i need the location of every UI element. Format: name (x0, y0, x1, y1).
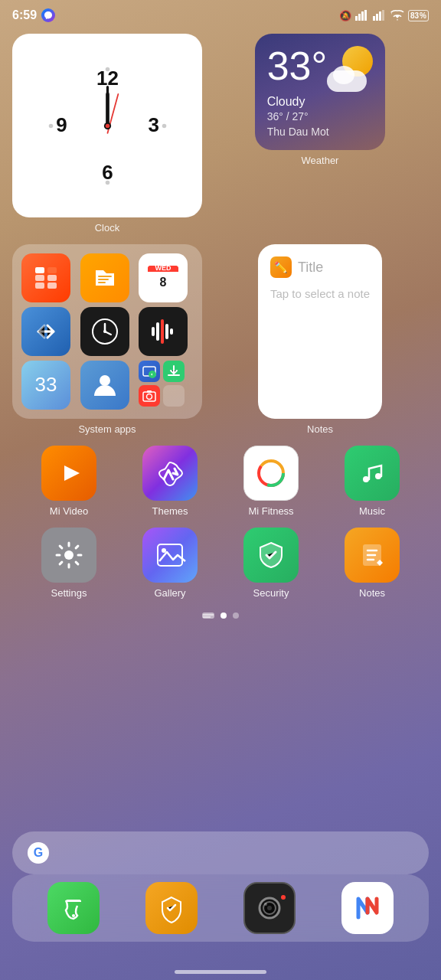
svg-text:12: 12 (96, 67, 119, 88)
settings-app-icon[interactable] (41, 528, 96, 583)
contacts-icon[interactable] (80, 361, 129, 410)
svg-point-20 (105, 123, 109, 128)
notes-widget-icon: ✏️ (270, 256, 292, 278)
svg-text:9: 9 (56, 113, 67, 135)
weather-condition: Cloudy 36° / 27° Thu Dau Mot (267, 92, 374, 138)
mi-video-icon[interactable] (41, 446, 96, 501)
more-apps-indicator (163, 385, 185, 407)
weather-condition-text: Cloudy (267, 95, 374, 109)
svg-point-65 (264, 903, 267, 906)
signal-icon (355, 10, 369, 21)
svg-point-55 (64, 550, 74, 560)
svg-marker-49 (64, 466, 80, 481)
svg-point-36 (103, 330, 106, 333)
clock-face-container: 12 3 6 9 (12, 34, 202, 217)
status-time: 6:59 (12, 8, 37, 22)
svg-point-66 (281, 895, 286, 900)
analog-clock: 12 3 6 9 (37, 55, 178, 197)
system-apps-folder[interactable]: WED8 33 (12, 244, 202, 419)
status-right: 🔕 83% (339, 10, 429, 21)
gallery-app-icon[interactable] (142, 528, 198, 583)
svg-rect-21 (35, 267, 44, 273)
calculator-app-icon[interactable] (21, 253, 70, 302)
music-label: Music (359, 505, 385, 517)
svg-rect-1 (358, 14, 361, 21)
svg-rect-6 (379, 11, 381, 21)
system-clock-icon[interactable] (80, 307, 129, 356)
svg-rect-4 (373, 16, 375, 21)
miui-cam-icon[interactable] (139, 385, 160, 407)
dock-lens (243, 882, 296, 934)
clock-widget[interactable]: 12 3 6 9 Clock (12, 34, 202, 234)
svg-point-43 (100, 375, 110, 386)
page-dot-menu (202, 612, 214, 619)
signal2-icon (373, 10, 387, 21)
page-dots (12, 612, 429, 619)
svg-rect-3 (364, 10, 367, 21)
svg-text:WED: WED (155, 264, 172, 272)
home-screen: 12 3 6 9 Clock (0, 28, 441, 628)
google-search-bar[interactable]: G (12, 831, 429, 874)
svg-point-56 (162, 548, 166, 553)
battery-icon: 83% (408, 10, 429, 21)
mute-icon: 🔕 (339, 10, 351, 21)
google-icon: G (28, 842, 49, 864)
themes-app-icon[interactable] (142, 446, 198, 501)
app-item-themes: Themes (128, 446, 212, 517)
weather-widget-label: Weather (302, 155, 339, 166)
clock-widget-label: Clock (95, 222, 120, 234)
svg-rect-37 (152, 327, 155, 336)
dock-mifound (145, 882, 198, 934)
app-item-music: Music (330, 446, 414, 517)
weather-cloud-icon (327, 46, 373, 92)
widget-row-2: WED8 33 (12, 244, 429, 435)
weather-range: 36° / 27° (267, 110, 374, 122)
page-dot-active (220, 612, 227, 619)
weather-temp-row: 33° (267, 46, 374, 92)
notes-widget-title: Title (298, 260, 323, 276)
download-icon[interactable] (163, 361, 185, 382)
svg-rect-39 (161, 319, 164, 344)
app-item-security: Security (229, 528, 313, 599)
svg-text:6: 6 (102, 161, 113, 182)
num-dock-icon[interactable] (341, 882, 394, 934)
svg-rect-5 (376, 14, 378, 21)
app-row-2: Settings Gallery Security Notes (12, 528, 429, 599)
files-app-icon[interactable] (80, 253, 129, 302)
notes-widget-label: Notes (307, 423, 333, 435)
svg-rect-22 (47, 267, 57, 273)
dock-num (341, 882, 394, 934)
svg-point-47 (147, 394, 152, 400)
status-left: 6:59 (12, 8, 55, 22)
svg-rect-48 (147, 390, 152, 393)
dock (12, 874, 429, 942)
gallery-label: Gallery (154, 587, 185, 599)
mi-fitness-icon[interactable] (243, 446, 299, 501)
svg-rect-7 (382, 10, 384, 21)
home-indicator[interactable] (175, 970, 266, 974)
mi-video-label: Mi Video (50, 505, 88, 517)
page-dot-inactive (233, 612, 239, 619)
weather-small-icon[interactable]: 33 (21, 361, 70, 410)
security-app-icon[interactable] (243, 528, 299, 583)
widget-row-1: 12 3 6 9 Clock (12, 34, 429, 234)
voice-recorder-icon[interactable] (139, 307, 188, 356)
phone-dock-icon[interactable] (47, 882, 100, 934)
svg-point-53 (363, 476, 369, 482)
notes-widget[interactable]: ✏️ Title Tap to select a note (258, 244, 382, 419)
svg-text:3: 3 (148, 113, 158, 135)
system-apps-label: System apps (78, 423, 136, 435)
music-app-icon[interactable] (345, 446, 400, 501)
svg-rect-23 (35, 275, 44, 281)
notes-app-icon-main[interactable] (345, 528, 400, 583)
lens-dock-icon[interactable] (243, 882, 296, 934)
status-bar: 6:59 🔕 83% (0, 0, 441, 28)
migrate-app-icon[interactable] (21, 307, 70, 356)
svg-text:33: 33 (35, 373, 57, 396)
mifound-dock-icon[interactable] (145, 882, 198, 934)
screenrec-icon[interactable] (139, 361, 160, 382)
weather-widget[interactable]: 33° Cloudy 36° / 27° Thu Dau Mot (255, 34, 386, 150)
messenger-icon (41, 8, 55, 22)
svg-rect-41 (170, 328, 173, 335)
calendar-app-icon[interactable]: WED8 (139, 253, 188, 302)
